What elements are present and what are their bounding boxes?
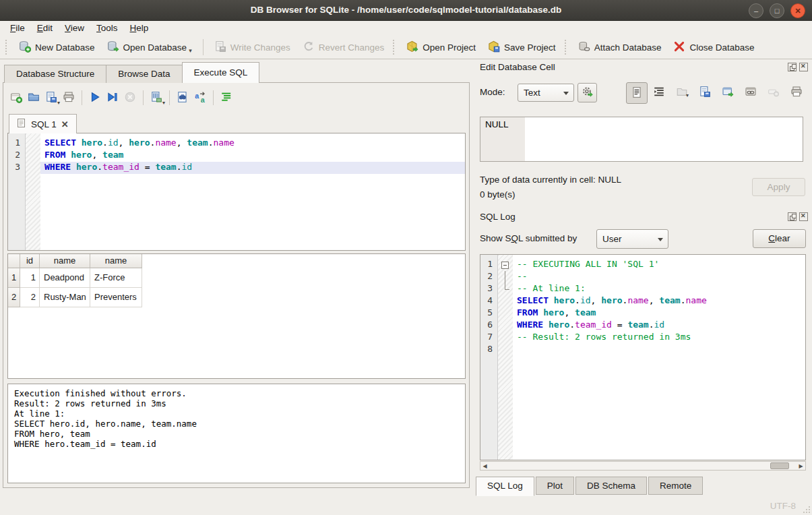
menu-item-view[interactable]: View — [59, 22, 90, 34]
menu-item-help[interactable]: Help — [124, 22, 155, 34]
close-dock-icon[interactable] — [799, 212, 808, 221]
print-cell-button[interactable] — [790, 86, 803, 99]
window-titlebar[interactable]: DB Browser for SQLite - /home/user/code/… — [0, 0, 812, 21]
close-database-button[interactable]: Close Database — [667, 38, 760, 57]
execute-current-line-button[interactable] — [104, 89, 121, 107]
menu-item-file[interactable]: File — [4, 22, 31, 34]
minimize-button[interactable]: – — [749, 3, 763, 18]
sql-document-icon — [17, 118, 26, 130]
execute-all-button[interactable] — [86, 89, 104, 107]
write-changes-button[interactable]: Write Changes — [208, 38, 296, 57]
maximize-button[interactable]: □ — [770, 3, 784, 18]
bottom-tab-sql-log[interactable]: SQL Log — [476, 477, 534, 496]
float-dock-icon[interactable] — [788, 63, 797, 71]
results-column-header[interactable]: id — [20, 254, 40, 268]
table-cell[interactable]: Preventers — [90, 288, 142, 307]
sql-log-editor[interactable]: 12345678 -- EXECUTING ALL IN 'SQL 1'----… — [480, 254, 806, 460]
open-database-button[interactable]: c => ``Open Database▾ — [101, 38, 198, 57]
word-wrap-icon — [653, 86, 665, 100]
code-token: team_id — [575, 320, 612, 330]
sql-log-code[interactable]: -- EXECUTING ALL IN 'SQL 1'---- At line … — [513, 255, 805, 460]
bottom-tab-remote[interactable]: Remote — [648, 477, 703, 495]
sql-editor-code[interactable]: SELECT hero.id, hero.name, team.nameFROM… — [40, 133, 465, 250]
cell-link-button[interactable] — [744, 86, 757, 99]
save-sql-file-button[interactable]: ▾ — [42, 89, 60, 107]
tab-browse-data[interactable]: Browse Data — [106, 65, 182, 83]
fold-marker[interactable] — [498, 271, 513, 283]
clear-log-button[interactable]: Clear — [753, 229, 806, 248]
set-null-button[interactable] — [767, 86, 780, 99]
table-cell[interactable]: Z-Force — [90, 268, 142, 288]
new-database-button[interactable]: c => ``New Database — [13, 38, 101, 57]
toolbar-grip[interactable] — [565, 40, 569, 55]
scroll-right-icon[interactable]: ▶ — [797, 462, 805, 470]
close-dock-icon[interactable] — [799, 63, 808, 71]
save-project-button[interactable]: Save Project — [482, 38, 562, 57]
dropdown-caret-icon: ▾ — [686, 92, 689, 98]
open-sql-file-button[interactable] — [25, 89, 42, 107]
sql-log-filter-combobox[interactable]: User — [596, 229, 668, 249]
menu-item-edit[interactable]: Edit — [31, 22, 59, 34]
dropdown-caret-icon[interactable]: ▾ — [162, 100, 165, 106]
bottom-tab-db-schema[interactable]: DB Schema — [575, 477, 647, 495]
export-cell-data-button[interactable] — [721, 86, 735, 99]
save-cell-data-button[interactable] — [698, 86, 712, 99]
menu-item-tools[interactable]: Tools — [90, 22, 124, 34]
table-cell[interactable]: Deadpond — [40, 268, 90, 288]
maximize-icon: □ — [775, 7, 780, 15]
cell-value-editor[interactable]: NULL — [480, 117, 803, 162]
float-dock-icon[interactable] — [788, 212, 797, 221]
chevron-down-icon — [563, 92, 569, 95]
table-cell[interactable]: Rusty-Man — [40, 288, 90, 307]
apply-button[interactable]: Apply — [752, 178, 805, 196]
text-mode-button[interactable] — [626, 82, 648, 104]
format-sql-button[interactable] — [218, 89, 235, 107]
execute-current-line-icon — [106, 91, 119, 105]
bottom-tab-plot[interactable]: Plot — [536, 477, 574, 495]
find-in-sql-button[interactable] — [174, 89, 191, 107]
fold-marker[interactable] — [498, 259, 513, 271]
export-results-button[interactable]: ▾ — [148, 89, 165, 107]
resize-grip[interactable] — [802, 505, 810, 513]
scrollbar-thumb[interactable] — [770, 462, 789, 469]
close-sql-tab-icon[interactable]: ✕ — [61, 119, 69, 129]
code-line: -- — [513, 271, 805, 283]
scroll-left-icon[interactable]: ◀ — [480, 462, 489, 470]
dropdown-caret-icon[interactable]: ▾ — [189, 47, 192, 54]
auto-mode-button[interactable] — [577, 83, 597, 102]
fold-marker[interactable] — [498, 283, 513, 295]
sql-editor-fold-margin[interactable] — [26, 133, 40, 250]
toolbar-grip[interactable] — [393, 40, 398, 55]
revert-changes-button[interactable]: Revert Changes — [296, 38, 391, 57]
table-cell[interactable]: 1 — [20, 268, 40, 288]
import-in-cell-button[interactable]: ▾ — [675, 86, 689, 99]
row-number-cell[interactable]: 2 — [8, 288, 20, 307]
tab-database-structure[interactable]: Database Structure — [4, 65, 106, 83]
attach-database-button[interactable]: Attach Database — [572, 38, 668, 57]
toolbar-separator — [82, 90, 82, 105]
stop-execution-button[interactable] — [121, 89, 139, 107]
find-replace-button[interactable]: aa — [191, 89, 209, 107]
sql-log-horizontal-scrollbar[interactable]: ◀ ▶ — [480, 461, 806, 471]
mode-combobox[interactable]: Text — [518, 84, 574, 102]
sql-editor[interactable]: 123 SELECT hero.id, hero.name, team.name… — [7, 133, 466, 251]
results-column-header[interactable]: name — [40, 254, 90, 268]
sql-document-tab[interactable]: SQL 1 ✕ — [9, 114, 77, 133]
sql-log-fold-margin[interactable] — [498, 255, 513, 460]
close-button[interactable]: ✕ — [790, 3, 805, 18]
code-token: . — [97, 162, 102, 172]
print-sql-button[interactable] — [60, 89, 77, 107]
new-sql-tab-button[interactable] — [7, 89, 25, 107]
row-number-cell[interactable]: 1 — [8, 268, 20, 288]
toolbar-grip[interactable] — [5, 40, 10, 55]
svg-text:a: a — [201, 95, 205, 102]
results-column-header[interactable]: name — [90, 254, 142, 268]
open-project-button[interactable]: Open Project — [400, 38, 482, 57]
code-token: -- Result: 2 rows returned in 3ms — [517, 332, 691, 342]
tab-execute-sql[interactable]: Execute SQL — [182, 62, 260, 83]
code-line: -- EXECUTING ALL IN 'SQL 1' — [513, 259, 805, 271]
table-cell[interactable]: 2 — [20, 288, 40, 307]
word-wrap-button[interactable] — [652, 86, 666, 99]
code-token: , — [92, 150, 102, 160]
results-corner-cell[interactable] — [8, 254, 20, 268]
